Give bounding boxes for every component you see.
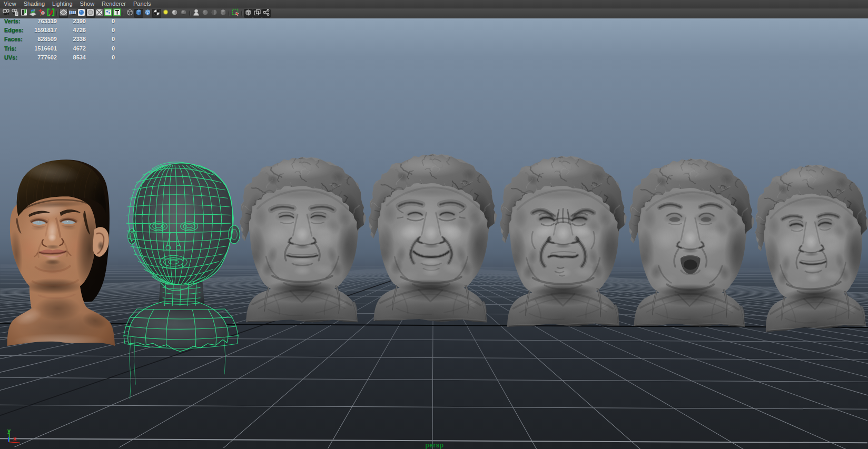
maya-viewport-panel: ViewShadingLightingShowRendererPanels y …: [0, 0, 868, 449]
hud-row: Edges:159181747260: [0, 26, 121, 35]
half-lit-sphere-icon: [210, 8, 218, 18]
menu-lighting[interactable]: Lighting: [48, 0, 76, 8]
toolbar-grease-pencil-button[interactable]: [46, 9, 55, 18]
toolbar-shadows-button[interactable]: [170, 9, 179, 18]
hud-row: Tris:151660146720: [0, 45, 121, 54]
toolbar-separator: [188, 9, 192, 18]
toolbar-isolate-select-button[interactable]: [231, 9, 240, 18]
menu-shading[interactable]: Shading: [20, 0, 48, 8]
toolbar-separator: [228, 9, 231, 18]
material-sphere-icon: [201, 8, 209, 18]
smooth-shade-all-icon: [135, 8, 143, 18]
toolbar-gate-mask-button[interactable]: [77, 9, 86, 18]
isolate-select-icon: [232, 8, 240, 18]
textured-head[interactable]: [7, 157, 116, 348]
xray-display-icon: [244, 8, 252, 18]
menu-renderer[interactable]: Renderer: [98, 0, 130, 8]
wireframe-display-icon: [126, 8, 134, 18]
toolbar-film-pivot-button[interactable]: [104, 9, 113, 18]
toolbar-xray-active-components-button[interactable]: [253, 9, 262, 18]
toolbar-safe-action-button[interactable]: [95, 9, 104, 18]
toolbar-half-lit-sphere-button[interactable]: [210, 9, 219, 18]
toolbar-default-material-button[interactable]: [192, 9, 201, 18]
heads-up-display: Verts:76331923900Edges:159181747260Faces…: [0, 17, 121, 63]
viewport-3d[interactable]: y x: [0, 18, 868, 449]
xray-active-components-icon: [253, 8, 261, 18]
hud-value: 0: [0, 54, 115, 61]
toolbar-wireframe-display-button[interactable]: [125, 9, 134, 18]
toolbar-separator: [122, 9, 125, 18]
default-material-icon: [192, 8, 200, 18]
textured-cube-icon: [219, 8, 227, 18]
hud-row: UVs:77760285340: [0, 54, 121, 63]
hud-row: Faces:82850923380: [0, 35, 121, 44]
panel-toolbar: [0, 8, 868, 18]
toolbar-xray-display-button[interactable]: [244, 9, 253, 18]
toolbar-image-plane-button[interactable]: [28, 9, 37, 18]
menu-view[interactable]: View: [0, 0, 20, 8]
hud-row: Verts:76331923900: [0, 17, 121, 26]
toolbar-textured-display-button[interactable]: [152, 9, 161, 18]
camera-name-label: persp: [406, 442, 463, 449]
textured-display-icon: [153, 8, 161, 18]
toolbar-field-chart-button[interactable]: [86, 9, 95, 18]
hud-value: 0: [0, 27, 115, 33]
menu-show[interactable]: Show: [76, 0, 98, 8]
toolbar-occlusion-button[interactable]: [179, 9, 188, 18]
toolbar-safe-title-button[interactable]: [113, 9, 122, 18]
hud-value: 0: [0, 45, 115, 52]
toolbar-smooth-shade-all-button[interactable]: [134, 9, 143, 18]
toolbar-use-all-lights-button[interactable]: [161, 9, 170, 18]
hud-value: 0: [0, 36, 115, 42]
occlusion-icon: [180, 8, 188, 18]
toolbar-resolution-gate-button[interactable]: [68, 9, 77, 18]
shadows-icon: [171, 8, 179, 18]
use-all-lights-icon: [162, 8, 170, 18]
plugin-display-icon: [262, 8, 270, 18]
axis-label-y: y: [7, 427, 11, 434]
menu-panels[interactable]: Panels: [130, 0, 155, 8]
toolbar-2d-pan-zoom-button[interactable]: [37, 9, 46, 18]
toolbar-film-gate-button[interactable]: [59, 9, 68, 18]
toolbar-separator: [55, 9, 59, 18]
toolbar-plugin-display-button[interactable]: [262, 9, 271, 18]
toolbar-bookmarks-button[interactable]: [19, 9, 28, 18]
panel-menubar: ViewShadingLightingShowRendererPanels: [0, 0, 868, 8]
toolbar-textured-cube-button[interactable]: [219, 9, 228, 18]
toolbar-material-sphere-button[interactable]: [201, 9, 210, 18]
shade-wireframe-icon: [144, 8, 152, 18]
toolbar-camera-attributes-button[interactable]: [11, 9, 19, 18]
hud-value: 0: [0, 18, 115, 24]
toolbar-shade-wireframe-button[interactable]: [143, 9, 152, 18]
axis-label-x: x: [13, 435, 17, 442]
toolbar-separator: [240, 9, 244, 18]
toolbar-select-camera-button[interactable]: [2, 9, 11, 18]
